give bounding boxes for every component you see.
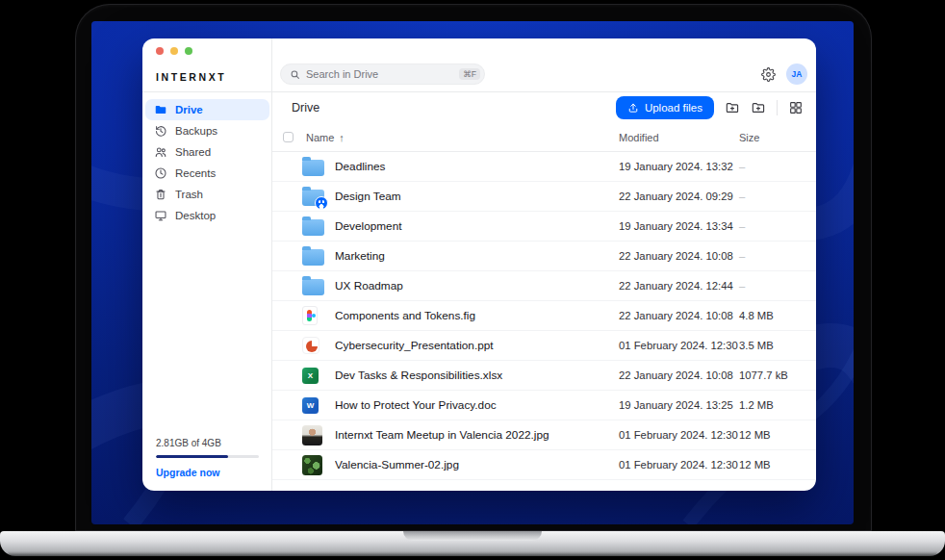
toolbar-actions: Upload files xyxy=(616,96,804,119)
top-header: Search in Drive ⌘F JA xyxy=(272,38,816,92)
maximize-window-button[interactable] xyxy=(185,47,192,55)
backups-history-icon xyxy=(154,124,167,138)
minimize-window-button[interactable] xyxy=(170,47,178,55)
search-input[interactable]: Search in Drive ⌘F xyxy=(280,64,485,85)
drive-folder-icon xyxy=(154,103,167,116)
toolbar-divider xyxy=(777,100,778,115)
file-name: Marketing xyxy=(335,249,619,263)
sidebar: INTERNXT Drive Backups Shared Recents xyxy=(142,38,272,491)
folder-plus-icon xyxy=(751,100,766,115)
file-modified-date: 01 February 2024. 12:30 xyxy=(619,340,739,351)
file-type-icon xyxy=(302,160,324,176)
table-row[interactable]: Components and Tokens.fig 22 January 202… xyxy=(272,301,816,331)
search-icon xyxy=(290,69,300,80)
file-size: 12 MB xyxy=(739,429,804,441)
file-name: Components and Tokens.fig xyxy=(335,309,619,322)
column-size[interactable]: Size xyxy=(739,132,804,143)
storage-usage-text: 2.81GB of 4GB xyxy=(156,438,259,448)
file-size: 12 MB xyxy=(739,459,804,471)
folder-plus-icon xyxy=(725,100,740,115)
grid-view-icon xyxy=(788,100,804,115)
sidebar-item-backups[interactable]: Backups xyxy=(145,120,269,141)
file-modified-date: 01 February 2024. 12:30 xyxy=(619,459,739,471)
file-modified-date: 22 January 2024. 10:08 xyxy=(619,250,739,262)
file-name: Deadlines xyxy=(335,160,619,173)
file-modified-date: 22 January 2024. 09:29 xyxy=(619,191,739,202)
search-placeholder: Search in Drive xyxy=(306,68,459,80)
user-avatar[interactable]: JA xyxy=(786,64,807,85)
recents-clock-icon xyxy=(154,166,167,180)
upload-files-button[interactable]: Upload files xyxy=(616,96,714,119)
settings-button[interactable] xyxy=(761,67,776,82)
file-type-icon: W xyxy=(302,397,319,414)
upgrade-now-link[interactable]: Upgrade now xyxy=(156,467,259,478)
file-name: UX Roadmap xyxy=(335,279,619,293)
file-type-icon xyxy=(302,190,324,206)
desktop-monitor-icon xyxy=(154,209,167,222)
drive-toolbar: Drive Upload files xyxy=(272,92,816,123)
gear-icon xyxy=(761,67,776,82)
column-name[interactable]: Name ↑ xyxy=(306,132,619,143)
sidebar-item-drive[interactable]: Drive xyxy=(145,99,269,120)
file-modified-date: 22 January 2024. 12:44 xyxy=(619,280,739,292)
traffic-lights xyxy=(156,47,192,55)
table-row[interactable]: Development 19 January 2024. 13:34 – xyxy=(272,212,816,242)
file-size: – xyxy=(739,250,804,262)
table-row[interactable]: Internxt Team Meetup in Valencia 2022.jp… xyxy=(272,420,816,450)
file-type-icon xyxy=(302,279,324,295)
shared-people-icon xyxy=(154,145,167,159)
grid-view-toggle[interactable] xyxy=(788,100,804,115)
storage-progress-bar xyxy=(156,455,259,458)
sort-arrow-icon: ↑ xyxy=(339,132,345,143)
create-folder-button[interactable] xyxy=(751,100,766,115)
breadcrumb: Drive xyxy=(292,101,319,115)
select-all-checkbox[interactable] xyxy=(283,132,294,142)
file-name: Valencia-Summer-02.jpg xyxy=(335,458,619,471)
file-modified-date: 22 January 2024. 10:08 xyxy=(619,369,739,381)
storage-widget: 2.81GB of 4GB Upgrade now xyxy=(156,438,259,478)
file-size: – xyxy=(739,191,804,202)
sidebar-item-label: Shared xyxy=(175,146,211,158)
sidebar-header: INTERNXT xyxy=(142,38,271,92)
file-name: How to Protect Your Privacy.doc xyxy=(335,398,619,412)
table-row[interactable]: Cybersecurity_Presentation.ppt 01 Februa… xyxy=(272,331,816,361)
sidebar-item-trash[interactable]: Trash xyxy=(145,184,269,205)
table-row[interactable]: W How to Protect Your Privacy.doc 19 Jan… xyxy=(272,391,816,420)
column-name-label: Name xyxy=(306,132,334,143)
header-actions: JA xyxy=(761,64,807,85)
file-size: 1.2 MB xyxy=(739,399,804,411)
sidebar-item-label: Backups xyxy=(175,125,217,137)
file-type-icon xyxy=(302,249,324,266)
upload-files-label: Upload files xyxy=(645,102,702,114)
upload-folder-button[interactable] xyxy=(725,100,740,115)
table-row[interactable]: Deadlines 19 January 2024. 13:32 – xyxy=(272,152,816,182)
sidebar-item-label: Drive xyxy=(175,104,203,115)
sidebar-item-recents[interactable]: Recents xyxy=(145,163,269,184)
table-row[interactable]: Marketing 22 January 2024. 10:08 – xyxy=(272,242,816,271)
column-modified[interactable]: Modified xyxy=(619,132,739,143)
table-row[interactable]: UX Roadmap 22 January 2024. 12:44 – xyxy=(272,271,816,301)
file-type-icon: X xyxy=(302,368,319,384)
file-size: – xyxy=(739,161,804,172)
file-modified-date: 01 February 2024. 12:30 xyxy=(619,429,739,441)
file-type-icon xyxy=(302,337,319,354)
close-window-button[interactable] xyxy=(156,47,164,55)
sidebar-item-label: Recents xyxy=(175,167,216,179)
sidebar-item-desktop[interactable]: Desktop xyxy=(145,205,269,226)
sidebar-item-shared[interactable]: Shared xyxy=(145,141,269,163)
file-size: 1077.7 kB xyxy=(739,369,804,381)
laptop-base xyxy=(0,531,945,556)
table-row[interactable]: X Dev Tasks & Responsibilities.xlsx 22 J… xyxy=(272,361,816,391)
sidebar-nav: Drive Backups Shared Recents Trash xyxy=(142,92,271,226)
file-type-icon xyxy=(302,425,322,445)
file-name: Design Team xyxy=(335,190,619,203)
file-type-icon xyxy=(302,455,322,475)
storage-progress-fill xyxy=(156,455,228,458)
table-row[interactable]: Valencia-Summer-02.jpg 01 February 2024.… xyxy=(272,450,816,480)
file-size: 3.5 MB xyxy=(739,340,804,351)
sidebar-item-label: Desktop xyxy=(175,210,216,221)
file-modified-date: 19 January 2024. 13:32 xyxy=(619,161,739,172)
table-row[interactable]: Design Team 22 January 2024. 09:29 – xyxy=(272,182,816,212)
file-modified-date: 19 January 2024. 13:25 xyxy=(619,399,739,411)
file-name: Dev Tasks & Responsibilities.xlsx xyxy=(335,369,619,382)
